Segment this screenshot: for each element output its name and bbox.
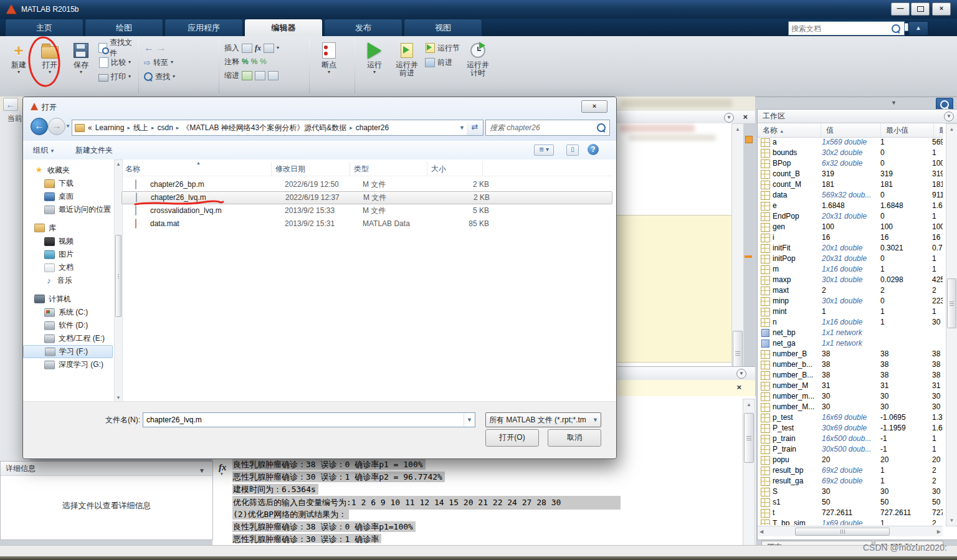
filename-input[interactable] — [143, 415, 464, 425]
find-button[interactable]: 查找▾ — [144, 71, 175, 82]
sidebar-item[interactable]: ♪音乐 — [23, 274, 114, 287]
address-dropdown-icon[interactable]: ▼ — [459, 125, 465, 131]
insert-section-icon[interactable] — [264, 44, 274, 53]
workspace-row[interactable]: bounds30x2 double01 — [758, 148, 943, 158]
sidebar-item[interactable]: 最近访问的位置 — [23, 203, 114, 216]
comment-row[interactable]: 注释 % % % — [224, 56, 279, 67]
preview-pane-button[interactable]: ▯ — [566, 145, 579, 156]
uncomment-icon[interactable]: % — [251, 57, 258, 66]
sidebar-item[interactable]: 系统 (C:) — [23, 306, 114, 319]
editor-warning-marker[interactable] — [745, 255, 752, 258]
header-type[interactable]: 类型 — [350, 162, 427, 176]
indent-row[interactable]: 缩进 — [224, 70, 279, 81]
sidebar-item[interactable]: 视频 — [23, 235, 114, 248]
editor-close-icon[interactable]: × — [743, 112, 748, 121]
workspace-row[interactable]: initPop20x31 double01 — [758, 254, 943, 264]
workspace-row[interactable]: maxt222 — [758, 285, 943, 296]
address-dropdown-icon[interactable]: ▼ — [891, 100, 897, 106]
breadcrumb-item[interactable]: 《MATLAB 神经网络43个案例分析》源代码&数据 — [182, 123, 346, 133]
notification-close-icon[interactable]: × — [736, 382, 741, 392]
refresh-button[interactable]: ⇄ — [467, 120, 483, 136]
workspace-row[interactable]: number_B...383838 — [758, 370, 943, 381]
header-size[interactable]: 大小 — [427, 162, 483, 176]
dialog-help-button[interactable]: ? — [588, 144, 599, 155]
open-confirm-button[interactable]: 打开(O) — [485, 429, 539, 447]
workspace-row[interactable]: count_B319319319 — [758, 169, 943, 179]
minimize-button[interactable]: — — [891, 2, 910, 16]
header-date[interactable]: 修改日期 — [272, 162, 350, 176]
workspace-row[interactable]: count_M181181181 — [758, 179, 943, 190]
sidebar-item[interactable]: 桌面 — [23, 190, 114, 203]
workspace-row[interactable]: a1x569 double1569 — [758, 137, 943, 148]
new-button[interactable]: + 新建▾ — [5, 39, 32, 98]
ribbon-tab[interactable]: 应用程序 — [164, 19, 243, 36]
indent-left-icon[interactable] — [268, 71, 279, 80]
advance-button[interactable]: 前进 — [425, 57, 460, 68]
column-max[interactable]: 最大值 — [934, 123, 943, 137]
comment-icon[interactable]: % — [242, 57, 249, 66]
workspace-row[interactable]: gen100100100 — [758, 222, 943, 232]
column-min[interactable]: 最小值 — [881, 123, 934, 137]
workspace-row[interactable]: BPop6x32 double0100 — [758, 158, 943, 169]
workspace-row[interactable]: P_test30x69 double-1.19591.652 — [758, 423, 943, 434]
workspace-row[interactable]: minp30x1 double0223.6 — [758, 296, 943, 306]
dialog-close-button[interactable]: × — [581, 100, 607, 113]
workspace-row[interactable]: number_B383838 — [758, 349, 943, 359]
workspace-row[interactable]: number_M...303030 — [758, 402, 943, 412]
sidebar-section[interactable]: 计算机 — [23, 292, 114, 306]
dialog-search-box[interactable]: 搜索 chapter26 — [485, 120, 610, 136]
workspace-row[interactable]: maxp30x1 double0.02984254 — [758, 275, 943, 285]
organize-button[interactable]: 组织▼ — [29, 144, 59, 156]
workspace-row[interactable]: e1.68481.68481.6848 — [758, 201, 943, 211]
sidebar-section[interactable]: 库 — [23, 221, 114, 235]
file-row[interactable]: crossvalidation_lvq.m2013/9/2 15:33M 文件5… — [121, 204, 612, 217]
view-mode-button[interactable]: ≣ ▾ — [534, 145, 554, 156]
sidebar-item[interactable]: 深度学习 (G:) — [23, 358, 114, 371]
folder-back-button[interactable]: ← — [3, 98, 18, 111]
column-value[interactable]: 值 — [821, 123, 881, 137]
goto-button[interactable]: ⇨ 转至▾ — [144, 57, 175, 68]
filename-combo[interactable]: ▼ — [143, 412, 475, 427]
editor-highlighted-code[interactable] — [617, 215, 731, 363]
search-icon[interactable] — [892, 24, 900, 33]
run-section-button[interactable]: 运行节 — [425, 42, 460, 54]
open-button[interactable]: 打开▾ — [36, 39, 64, 98]
workspace-row[interactable]: m1x16 double11 — [758, 264, 943, 275]
breadcrumb-item[interactable]: Learning — [95, 123, 125, 132]
workspace-vscrollbar[interactable]: ▲ ▼ — [946, 123, 957, 526]
workspace-row[interactable]: number_b...383838 — [758, 359, 943, 370]
workspace-row[interactable]: EndPop20x31 double01 — [758, 211, 943, 222]
filetype-combo[interactable]: 所有 MATLAB 文件 (*.rpt;*.tm ▼ — [485, 412, 601, 427]
workspace-row[interactable]: T_bp_sim1x69 double12 — [758, 518, 943, 525]
breadcrumb-item[interactable]: 线上 — [133, 123, 148, 133]
workspace-row[interactable]: data569x32 doub...09113 — [758, 190, 943, 201]
ribbon-tab[interactable]: 主页 — [5, 19, 83, 36]
sidebar-section[interactable]: ★收藏夹 — [23, 163, 114, 177]
ribbon-tab[interactable]: 编辑器 — [244, 19, 323, 36]
file-row[interactable]: data.mat2013/9/2 15:31MATLAB Data85 KB — [121, 217, 612, 230]
new-folder-button[interactable]: 新建文件夹 — [72, 144, 117, 156]
editor-menu-icon[interactable]: ▼ — [724, 113, 734, 123]
workspace-row[interactable]: result_ga69x2 double12 — [758, 476, 943, 486]
command-window-menu-icon[interactable]: ▼ — [736, 369, 746, 379]
restore-button[interactable] — [911, 2, 930, 16]
run-button[interactable]: 运行▾ — [360, 39, 389, 98]
collapse-ribbon-button[interactable]: ▲ — [908, 21, 928, 36]
ribbon-tab[interactable]: 视图 — [404, 19, 482, 36]
filename-dropdown-icon[interactable]: ▼ — [464, 414, 475, 426]
column-name[interactable]: 名称 ▲ — [758, 123, 821, 137]
workspace-row[interactable]: popu202020 — [758, 455, 943, 465]
sidebar-item[interactable]: 下载 — [23, 177, 114, 190]
workspace-row[interactable]: initFit20x1 double0.30210.758 — [758, 243, 943, 254]
insert-row[interactable]: 插入 fx ▾ — [224, 42, 279, 54]
workspace-row[interactable]: i161616 — [758, 232, 943, 243]
dialog-back-button[interactable]: ← — [31, 118, 48, 135]
sidebar-item[interactable]: 文档/工程 (E:) — [23, 332, 114, 345]
ribbon-tab[interactable]: 发布 — [324, 19, 402, 36]
run-advance-button[interactable]: 运行并前进 — [393, 39, 421, 98]
command-window-scrollbar[interactable]: ▲ — [743, 399, 755, 546]
breakpoints-button[interactable]: 断点▾ — [315, 39, 343, 98]
workspace-row[interactable]: s1505050 — [758, 497, 943, 508]
workspace-row[interactable]: p_train16x500 doub...-11 — [758, 434, 943, 444]
run-time-button[interactable]: 运行并计时 — [464, 39, 492, 98]
